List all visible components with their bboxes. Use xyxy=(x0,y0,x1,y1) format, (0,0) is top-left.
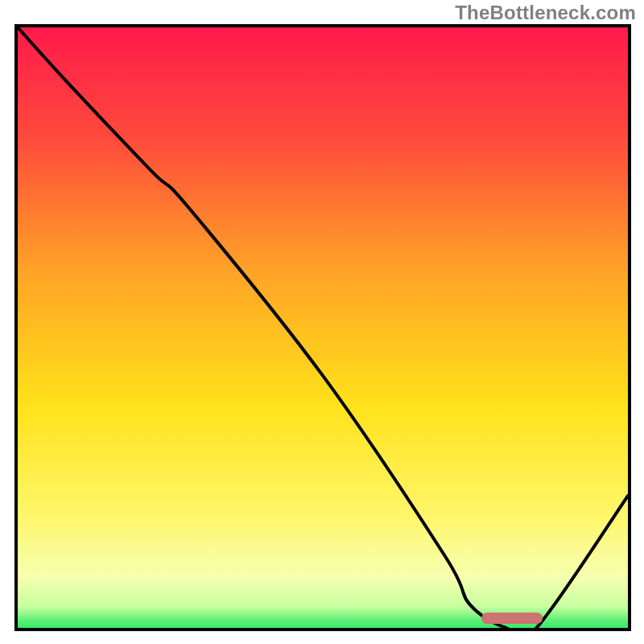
chart-root: TheBottleneck.com xyxy=(0,0,644,644)
bottleneck-curve xyxy=(18,27,628,628)
plot-area xyxy=(14,24,631,631)
optimal-range-marker xyxy=(481,613,543,624)
watermark-text: TheBottleneck.com xyxy=(455,2,636,24)
